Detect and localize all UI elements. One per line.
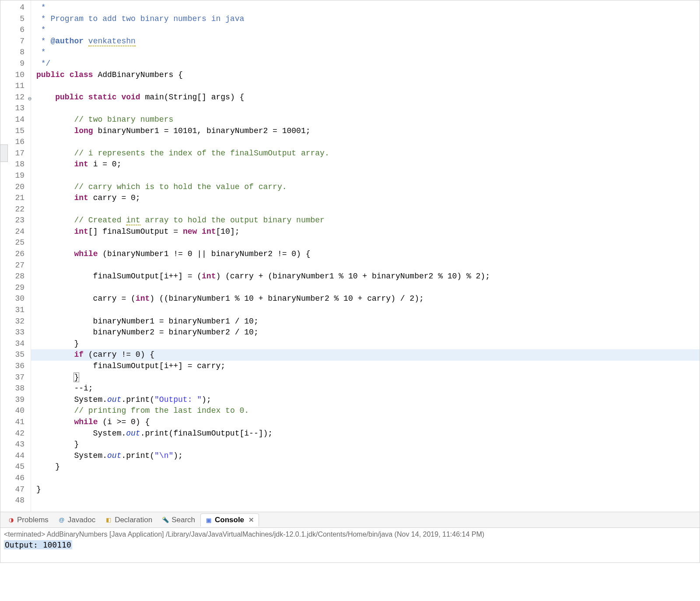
code-line[interactable]: }	[36, 338, 700, 350]
code-line[interactable]	[36, 282, 700, 294]
line-number: 15	[0, 126, 31, 137]
javadoc-icon: @	[58, 517, 65, 524]
line-number: 45	[0, 461, 31, 473]
code-line[interactable]: finalSumOutput[i++] = carry;	[36, 361, 700, 372]
tab-label: Problems	[17, 516, 49, 524]
code-line[interactable]	[36, 495, 700, 506]
line-number: 5	[0, 14, 31, 25]
console-icon: ▣	[205, 517, 212, 524]
line-number: 14	[0, 114, 31, 126]
line-number: 42	[0, 428, 31, 439]
code-area[interactable]: * * Program to add two binary numbers in…	[31, 0, 700, 512]
line-number: 29	[0, 282, 31, 294]
code-line[interactable]	[36, 473, 700, 484]
code-line[interactable]: // carry which is to hold the value of c…	[36, 182, 700, 193]
console-view: <terminated> AddBinaryNumbers [Java Appl…	[0, 528, 700, 563]
code-line[interactable]: long binaryNumber1 = 10101, binaryNumber…	[36, 126, 700, 137]
line-number: 17	[0, 148, 31, 159]
code-line[interactable]: */	[36, 58, 700, 70]
line-number: 25	[0, 237, 31, 249]
line-number: 37	[0, 372, 31, 383]
line-number: 19	[0, 170, 31, 182]
code-line[interactable]: // Created int array to hold the output …	[36, 215, 700, 226]
console-output: Output: 100110	[4, 540, 72, 549]
code-line[interactable]: // i represents the index of the finalSu…	[36, 148, 700, 159]
code-line[interactable]: // printing from the last index to 0.	[36, 405, 700, 417]
tab-javadoc[interactable]: @ Javadoc	[54, 514, 100, 526]
code-line[interactable]: int[] finalSumOutput = new int[10];	[36, 226, 700, 238]
line-number: 48	[0, 495, 31, 506]
declaration-icon: ◧	[105, 517, 112, 524]
close-icon[interactable]: ✕	[248, 516, 254, 524]
line-number: 35	[0, 349, 31, 361]
line-number: 36	[0, 361, 31, 372]
line-number: 28	[0, 271, 31, 282]
line-number: 7	[0, 36, 31, 47]
line-number: 12	[0, 92, 31, 103]
code-line[interactable]: }	[36, 461, 700, 473]
code-line[interactable]: System.out.print(finalSumOutput[i--]);	[36, 428, 700, 439]
line-number: 34	[0, 338, 31, 350]
code-line[interactable]: public class AddBinaryNumbers {	[36, 70, 700, 81]
line-number: 41	[0, 417, 31, 428]
code-line[interactable]: }	[36, 439, 700, 450]
line-number: 10	[0, 70, 31, 81]
tab-declaration[interactable]: ◧ Declaration	[101, 514, 157, 526]
code-line[interactable]	[36, 237, 700, 249]
line-number: 11	[0, 81, 31, 92]
line-number: 30	[0, 293, 31, 305]
code-line[interactable]	[36, 81, 700, 92]
line-number: 46	[0, 473, 31, 484]
code-line[interactable]: if (carry != 0) {	[31, 349, 700, 361]
problems-icon: ◑	[7, 517, 14, 524]
line-number: 8	[0, 47, 31, 58]
line-number: 33	[0, 327, 31, 338]
code-line[interactable]	[36, 170, 700, 182]
code-line[interactable]: *	[36, 2, 700, 14]
code-line[interactable]: * Program to add two binary numbers in j…	[36, 14, 700, 25]
line-number: 23	[0, 215, 31, 226]
code-line[interactable]: finalSumOutput[i++] = (int) (carry + (bi…	[36, 271, 700, 282]
line-number: 31	[0, 305, 31, 316]
code-line[interactable]: int carry = 0;	[36, 193, 700, 204]
code-line[interactable]: --i;	[36, 383, 700, 394]
code-line[interactable]: System.out.print("Output: ");	[36, 394, 700, 406]
code-line[interactable]	[36, 204, 700, 215]
code-line[interactable]	[36, 305, 700, 316]
line-number: 9	[0, 58, 31, 70]
line-number: 22	[0, 204, 31, 215]
tab-label: Search	[172, 516, 195, 524]
tab-problems[interactable]: ◑ Problems	[3, 514, 53, 526]
code-line[interactable]: binaryNumber1 = binaryNumber1 / 10;	[36, 316, 700, 327]
code-line[interactable]: System.out.print("\n");	[36, 450, 700, 462]
code-line[interactable]: *	[36, 47, 700, 58]
code-line[interactable]: int i = 0;	[36, 159, 700, 170]
line-number: 16	[0, 137, 31, 148]
code-line[interactable]	[36, 137, 700, 148]
code-line[interactable]: binaryNumber2 = binaryNumber2 / 10;	[36, 327, 700, 338]
line-number-gutter: 4567891011121314151617181920212223242526…	[0, 0, 31, 512]
line-number: 20	[0, 182, 31, 193]
code-line[interactable]: }	[36, 372, 700, 383]
code-line[interactable]: * @author venkateshn	[36, 36, 700, 47]
code-line[interactable]: *	[36, 25, 700, 36]
code-line[interactable]: carry = (int) ((binaryNumber1 % 10 + bin…	[36, 293, 700, 305]
tab-console[interactable]: ▣ Console ✕	[200, 513, 259, 527]
code-editor[interactable]: 4567891011121314151617181920212223242526…	[0, 0, 700, 512]
tab-search[interactable]: 🔦 Search	[158, 514, 200, 526]
code-line[interactable]	[36, 103, 700, 114]
line-number: 32	[0, 316, 31, 327]
code-line[interactable]: while (binaryNumber1 != 0 || binaryNumbe…	[36, 249, 700, 260]
tab-label: Console	[215, 516, 244, 524]
tab-label: Declaration	[115, 516, 152, 524]
line-number: 26	[0, 249, 31, 260]
code-line[interactable]: }	[36, 484, 700, 496]
line-number: 40	[0, 405, 31, 417]
search-icon: 🔦	[162, 517, 169, 524]
line-number: 39	[0, 394, 31, 406]
code-line[interactable]: public static void main(String[] args) {	[36, 92, 700, 103]
code-line[interactable]: // two binary numbers	[36, 114, 700, 126]
code-line[interactable]	[36, 260, 700, 271]
line-number: 18	[0, 159, 31, 170]
code-line[interactable]: while (i >= 0) {	[36, 417, 700, 428]
